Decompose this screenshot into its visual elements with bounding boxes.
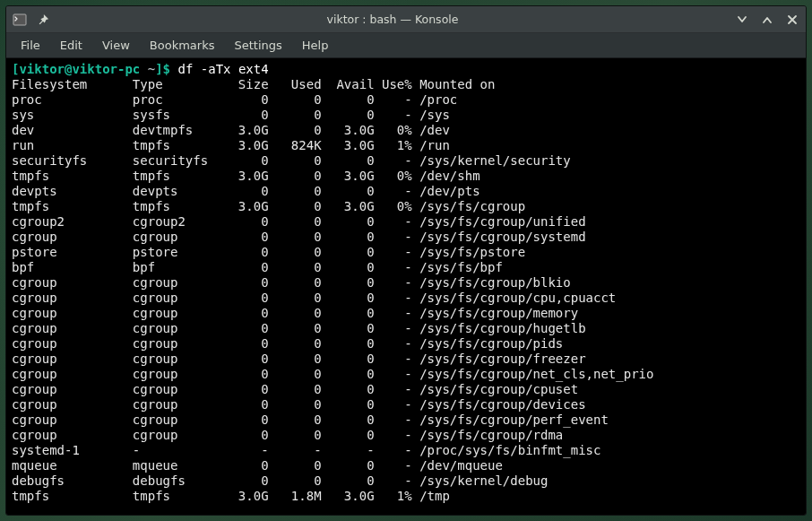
- menu-bookmarks[interactable]: Bookmarks: [141, 35, 224, 56]
- menu-edit[interactable]: Edit: [51, 35, 91, 56]
- df-row: cgroup2 cgroup2 0 0 0 - /sys/fs/cgroup/u…: [12, 214, 800, 230]
- terminal-viewport[interactable]: [viktor@viktor-pc ~]$ df -aTx ext4Filesy…: [6, 58, 806, 515]
- df-row: tmpfs tmpfs 3.0G 0 3.0G 0% /sys/fs/cgrou…: [12, 199, 800, 214]
- app-icon: [12, 12, 28, 28]
- minimize-icon[interactable]: [734, 12, 750, 28]
- df-row: cgroup cgroup 0 0 0 - /sys/fs/cgroup/fre…: [12, 352, 800, 367]
- titlebar[interactable]: viktor : bash — Konsole: [6, 6, 806, 33]
- df-row: cgroup cgroup 0 0 0 - /sys/fs/cgroup/mem…: [12, 306, 800, 321]
- df-row: tmpfs tmpfs 3.0G 0 3.0G 0% /dev/shm: [12, 169, 800, 184]
- df-row: proc proc 0 0 0 - /proc: [12, 92, 800, 108]
- df-row: cgroup cgroup 0 0 0 - /sys/fs/cgroup/hug…: [12, 321, 800, 336]
- df-row: mqueue mqueue 0 0 0 - /dev/mqueue: [12, 458, 800, 473]
- close-icon[interactable]: [784, 12, 800, 28]
- menu-view[interactable]: View: [93, 35, 139, 56]
- df-row: tmpfs tmpfs 3.0G 1.8M 3.0G 1% /tmp: [12, 489, 800, 504]
- menu-file[interactable]: File: [12, 35, 49, 56]
- konsole-window: viktor : bash — Konsole File Edit View B…: [5, 5, 807, 516]
- pin-icon[interactable]: [35, 12, 51, 28]
- df-row: cgroup cgroup 0 0 0 - /sys/fs/cgroup/per…: [12, 412, 800, 428]
- menu-help[interactable]: Help: [293, 35, 338, 56]
- df-row: cgroup cgroup 0 0 0 - /sys/fs/cgroup/cpu…: [12, 382, 800, 397]
- df-row: securityfs securityfs 0 0 0 - /sys/kerne…: [12, 153, 800, 169]
- df-row: bpf bpf 0 0 0 - /sys/fs/bpf: [12, 260, 800, 275]
- df-row: cgroup cgroup 0 0 0 - /sys/fs/cgroup/blk…: [12, 275, 800, 291]
- df-row: cgroup cgroup 0 0 0 - /sys/fs/cgroup/pid…: [12, 336, 800, 352]
- df-row: systemd-1 - - - - - /proc/sys/fs/binfmt_…: [12, 443, 800, 458]
- df-row: cgroup cgroup 0 0 0 - /sys/fs/cgroup/rdm…: [12, 428, 800, 443]
- command-text: df -aTx ext4: [177, 62, 268, 76]
- df-row: cgroup cgroup 0 0 0 - /sys/fs/cgroup/sys…: [12, 230, 800, 245]
- df-row: devpts devpts 0 0 0 - /dev/pts: [12, 184, 800, 199]
- df-row: cgroup cgroup 0 0 0 - /sys/fs/cgroup/cpu…: [12, 291, 800, 306]
- df-row: run tmpfs 3.0G 824K 3.0G 1% /run: [12, 138, 800, 153]
- window-title: viktor : bash — Konsole: [51, 13, 734, 26]
- df-row: sys sysfs 0 0 0 - /sys: [12, 108, 800, 123]
- menubar: File Edit View Bookmarks Settings Help: [6, 33, 806, 58]
- df-row: cgroup cgroup 0 0 0 - /sys/fs/cgroup/dev…: [12, 397, 800, 412]
- df-row: cgroup cgroup 0 0 0 - /sys/fs/cgroup/net…: [12, 367, 800, 382]
- df-header: Filesystem Type Size Used Avail Use% Mou…: [12, 77, 800, 92]
- svg-rect-0: [13, 14, 26, 25]
- df-row: dev devtmpfs 3.0G 0 3.0G 0% /dev: [12, 123, 800, 138]
- menu-settings[interactable]: Settings: [225, 35, 290, 56]
- prompt-line: [viktor@viktor-pc ~]$ df -aTx ext4: [12, 62, 800, 77]
- df-row: pstore pstore 0 0 0 - /sys/fs/pstore: [12, 245, 800, 260]
- df-row: debugfs debugfs 0 0 0 - /sys/kernel/debu…: [12, 473, 800, 489]
- maximize-icon[interactable]: [759, 12, 775, 28]
